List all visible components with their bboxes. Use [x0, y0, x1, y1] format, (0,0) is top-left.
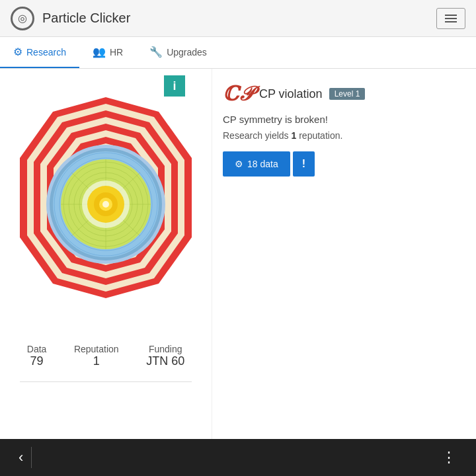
- cp-icon: ℂ𝒫: [223, 82, 253, 106]
- info-badge[interactable]: i: [164, 75, 185, 97]
- research-item-header: ℂ𝒫 CP violation Level 1: [223, 82, 465, 106]
- yield-value: 1: [292, 130, 297, 141]
- bottom-divider: [31, 447, 32, 468]
- particle-svg: [10, 85, 202, 323]
- research-description: CP symmetry is broken!: [223, 114, 465, 125]
- app-branding: ◎ Particle Clicker: [11, 7, 130, 30]
- stat-reputation: Reputation 1: [74, 344, 119, 368]
- logo-symbol: ◎: [18, 12, 27, 24]
- stats-divider: [20, 381, 192, 382]
- gear-icon: ⚙: [13, 46, 22, 58]
- app-logo: ◎: [11, 7, 34, 30]
- stat-data-label: Data: [27, 344, 47, 354]
- app-title: Particle Clicker: [42, 11, 130, 26]
- yield-text: Research yields: [223, 130, 289, 141]
- stat-reputation-label: Reputation: [74, 344, 119, 354]
- research-title: CP violation: [259, 87, 323, 101]
- more-button[interactable]: ⋮: [436, 444, 463, 471]
- stats-row: Data 79 Reputation 1 Funding JTN 60: [0, 333, 212, 375]
- left-panel: i: [0, 69, 212, 439]
- bottom-bar: ‹ ⋮: [0, 439, 476, 476]
- stat-funding-value: JTN 60: [146, 354, 184, 368]
- stat-data: Data 79: [27, 344, 47, 368]
- svg-point-28: [102, 201, 109, 208]
- stat-reputation-value: 1: [74, 354, 119, 368]
- wrench-icon: 🔧: [149, 46, 163, 58]
- bottom-left: ‹: [13, 444, 32, 471]
- stat-funding-label: Funding: [146, 344, 184, 354]
- tab-upgrades-label: Upgrades: [167, 47, 207, 58]
- top-bar: ◎ Particle Clicker: [0, 0, 476, 37]
- level-badge: Level 1: [329, 88, 366, 100]
- gear-small-icon: ⚙: [235, 159, 243, 169]
- tab-hr[interactable]: 👥 HR: [79, 37, 136, 68]
- stat-funding: Funding JTN 60: [146, 344, 184, 368]
- exclamation-icon: !: [302, 158, 305, 169]
- particle-visualization[interactable]: [10, 75, 202, 333]
- data-button[interactable]: ⚙ 18 data: [223, 151, 290, 177]
- research-item-cp: ℂ𝒫 CP violation Level 1 CP symmetry is b…: [223, 82, 465, 177]
- action-buttons: ⚙ 18 data !: [223, 151, 465, 177]
- tab-hr-label: HR: [110, 47, 123, 58]
- yield-suffix: reputation.: [299, 130, 342, 141]
- tab-research-label: Research: [26, 47, 66, 58]
- data-button-label: 18 data: [247, 159, 278, 169]
- hamburger-button[interactable]: [436, 8, 465, 29]
- research-yield: Research yields 1 reputation.: [223, 130, 465, 141]
- tab-research[interactable]: ⚙ Research: [0, 37, 79, 68]
- main-content: i: [0, 69, 476, 439]
- right-panel: ℂ𝒫 CP violation Level 1 CP symmetry is b…: [212, 69, 476, 439]
- stat-data-value: 79: [27, 354, 47, 368]
- exclaim-button[interactable]: !: [293, 151, 315, 177]
- tab-upgrades[interactable]: 🔧 Upgrades: [136, 37, 220, 68]
- back-button[interactable]: ‹: [13, 444, 28, 471]
- people-icon: 👥: [93, 46, 106, 58]
- tab-bar: ⚙ Research 👥 HR 🔧 Upgrades: [0, 37, 476, 69]
